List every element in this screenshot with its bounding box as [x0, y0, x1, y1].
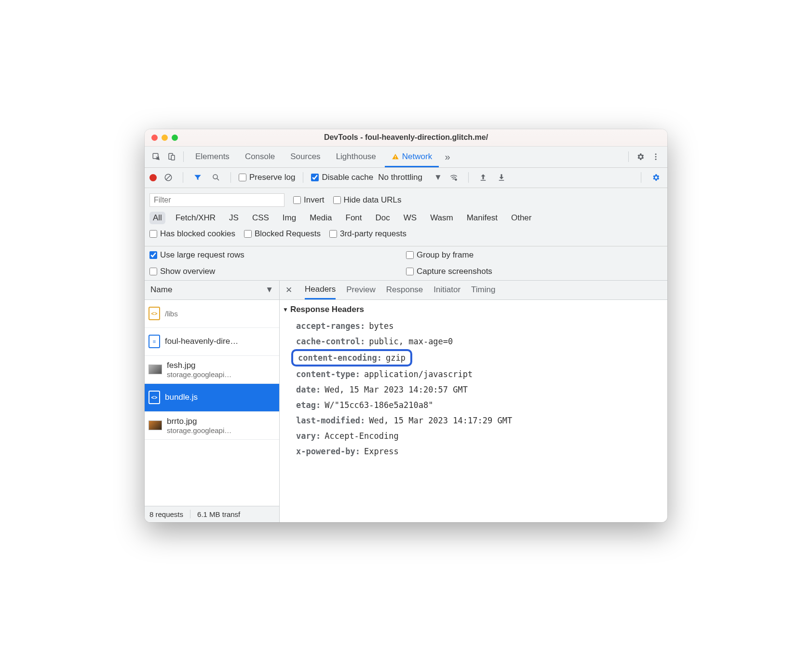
show-overview-checkbox[interactable]: Show overview [149, 267, 406, 276]
invert-checkbox[interactable]: Invert [293, 195, 325, 205]
disable-cache-checkbox[interactable]: Disable cache [311, 173, 373, 182]
divider [303, 172, 303, 183]
type-filter-js[interactable]: JS [226, 212, 242, 224]
main-tabbar: Elements Console Sources Lighthouse Netw… [145, 147, 667, 168]
header-row-last-modified: last-modified Wed, 15 Mar 2023 14:17:29 … [283, 413, 663, 428]
tab-lighthouse[interactable]: Lighthouse [329, 146, 383, 167]
third-party-label: 3rd-party requests [340, 229, 406, 239]
inspect-icon[interactable] [149, 150, 163, 163]
chevron-down-icon: ▼ [434, 173, 442, 182]
detail-tab-headers[interactable]: Headers [305, 280, 336, 299]
request-row[interactable]: brrto.jpgstorage.googleapi… [145, 412, 279, 440]
request-row[interactable]: ≡foul-heavenly-dire… [145, 328, 279, 356]
request-row[interactable]: fesh.jpgstorage.googleapi… [145, 356, 279, 384]
status-bar: 8 requests 6.1 MB transf [145, 506, 279, 522]
header-row-content-type: content-type application/javascript [283, 366, 663, 382]
blocked-requests-checkbox[interactable]: Blocked Requests [244, 229, 321, 239]
svg-rect-11 [480, 180, 486, 181]
request-name: foul-heavenly-dire… [165, 337, 238, 346]
device-toggle-icon[interactable] [165, 150, 178, 163]
type-filter-font[interactable]: Font [342, 212, 365, 224]
request-row[interactable]: <>bundle.js [145, 384, 279, 412]
preserve-log-checkbox[interactable]: Preserve log [239, 173, 295, 182]
network-conditions-icon[interactable] [447, 171, 460, 184]
blocked-cookies-checkbox[interactable]: Has blocked cookies [149, 229, 235, 239]
network-toolbar: Preserve log Disable cache No throttling… [145, 168, 667, 188]
header-key: accept-ranges [296, 321, 365, 331]
header-key: last-modified [296, 416, 365, 425]
header-row-etag: etag W/"15cc63-186e5a210a8" [283, 397, 663, 413]
upload-har-icon[interactable] [476, 171, 490, 184]
header-value: W/"15cc63-186e5a210a8" [325, 400, 433, 410]
type-filter-manifest[interactable]: Manifest [463, 212, 501, 224]
more-tabs-icon[interactable]: » [441, 150, 454, 163]
svg-point-9 [213, 175, 217, 179]
type-filter-wasm[interactable]: Wasm [427, 212, 457, 224]
svg-rect-4 [395, 158, 395, 159]
record-button[interactable] [149, 174, 157, 181]
header-value: Accept-Encoding [325, 431, 399, 441]
search-icon[interactable] [209, 171, 223, 184]
details-pane: ✕ HeadersPreviewResponseInitiatorTiming … [280, 281, 667, 522]
request-row[interactable]: <>/libs [145, 300, 279, 328]
type-filter-all[interactable]: All [149, 212, 165, 224]
request-count: 8 requests [149, 510, 183, 518]
network-settings-icon[interactable] [649, 171, 663, 184]
detail-tab-response[interactable]: Response [386, 280, 423, 299]
type-filter-css[interactable]: CSS [249, 212, 272, 224]
header-key: etag [296, 400, 321, 410]
settings-icon[interactable] [634, 150, 647, 163]
type-filter-row: AllFetch/XHRJSCSSImgMediaFontDocWSWasmMa… [149, 209, 663, 227]
disclosure-triangle-icon: ▼ [283, 306, 288, 313]
type-filter-img[interactable]: Img [279, 212, 299, 224]
type-filter-other[interactable]: Other [508, 212, 535, 224]
tab-elements[interactable]: Elements [189, 146, 236, 167]
show-overview-label: Show overview [160, 267, 215, 276]
close-details-button[interactable]: ✕ [284, 285, 294, 295]
divider [230, 172, 231, 183]
hide-data-urls-checkbox[interactable]: Hide data URLs [333, 195, 402, 205]
blocked-requests-label: Blocked Requests [255, 229, 321, 239]
name-column-label: Name [150, 285, 172, 295]
tab-console[interactable]: Console [238, 146, 282, 167]
close-icon[interactable] [151, 135, 158, 141]
type-filter-doc[interactable]: Doc [372, 212, 393, 224]
large-rows-checkbox[interactable]: Use large request rows [149, 250, 406, 260]
type-filter-ws[interactable]: WS [400, 212, 420, 224]
divider [190, 510, 190, 518]
tab-network-label: Network [402, 152, 432, 162]
detail-tab-initiator[interactable]: Initiator [433, 280, 460, 299]
header-row-x-powered-by: x-powered-by Express [283, 444, 663, 459]
divider [183, 172, 183, 183]
detail-tab-preview[interactable]: Preview [346, 280, 375, 299]
download-har-icon[interactable] [495, 171, 508, 184]
capture-screenshots-checkbox[interactable]: Capture screenshots [406, 267, 663, 276]
header-value: gzip [386, 353, 406, 363]
group-frame-label: Group by frame [417, 250, 474, 260]
clear-icon[interactable] [162, 171, 175, 184]
tab-sources[interactable]: Sources [284, 146, 327, 167]
response-headers-section[interactable]: ▼ Response Headers [283, 305, 663, 314]
filter-input[interactable] [149, 193, 284, 207]
minimize-icon[interactable] [162, 135, 168, 141]
third-party-checkbox[interactable]: 3rd-party requests [329, 229, 406, 239]
throttling-select[interactable]: No throttling ▼ [378, 173, 442, 182]
kebab-menu-icon[interactable] [649, 150, 663, 163]
divider [641, 172, 641, 183]
header-key: x-powered-by [296, 447, 360, 456]
svg-point-10 [455, 178, 457, 181]
image-thumbnail-icon [149, 420, 162, 430]
type-filter-media[interactable]: Media [306, 212, 335, 224]
tab-network[interactable]: Network [385, 146, 439, 167]
group-frame-checkbox[interactable]: Group by frame [406, 250, 663, 260]
type-filter-fetchxhr[interactable]: Fetch/XHR [172, 212, 219, 224]
maximize-icon[interactable] [172, 135, 178, 141]
name-column-header[interactable]: Name ▼ [145, 281, 279, 300]
header-key: cache-control [296, 337, 365, 346]
requests-pane: Name ▼ <>/libs≡foul-heavenly-dire…fesh.j… [145, 281, 280, 522]
request-name: fesh.jpg [167, 361, 231, 370]
hide-data-label: Hide data URLs [344, 195, 402, 205]
capture-ss-label: Capture screenshots [417, 267, 492, 276]
filter-icon[interactable] [191, 171, 204, 184]
detail-tab-timing[interactable]: Timing [471, 280, 495, 299]
